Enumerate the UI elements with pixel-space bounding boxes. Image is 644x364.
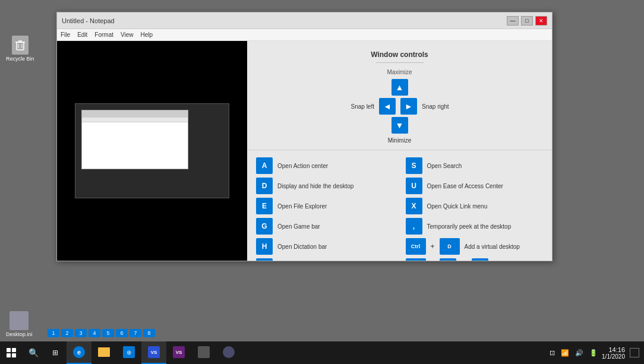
shortcut-row-right-2: X Open Quick Link menu bbox=[406, 198, 544, 214]
vs-purple-icon: VS bbox=[173, 346, 185, 358]
vd-number-1[interactable]: 1 bbox=[48, 329, 59, 337]
vs-blue-icon: VS bbox=[148, 346, 160, 358]
shortcut-desc: Open Ease of Access Center bbox=[427, 183, 503, 189]
taskbar-app-folder[interactable] bbox=[91, 341, 116, 364]
store-icon: ⊛ bbox=[123, 346, 135, 358]
maximize-label: Maximize bbox=[387, 69, 412, 75]
key-badge: H bbox=[256, 238, 273, 255]
recycle-bin-icon[interactable]: Recycle Bin bbox=[6, 36, 34, 62]
shortcut-desc: Open Dictation bar bbox=[277, 243, 327, 250]
window-controls-buttons: — □ ✕ bbox=[507, 16, 547, 26]
key-badge: ► bbox=[472, 258, 488, 261]
snap-up-button[interactable]: ▲ bbox=[392, 79, 408, 96]
vd-number-3[interactable]: 3 bbox=[75, 329, 87, 337]
minimize-button[interactable]: — bbox=[507, 16, 519, 26]
shortcut-row-left-2: E Open File Explorer bbox=[256, 198, 394, 214]
shortcut-row-right-4: Ctrl+D Add a virtual desktop bbox=[406, 238, 544, 255]
edge-icon: e bbox=[73, 346, 85, 358]
taskbar-app-misc1[interactable] bbox=[191, 341, 216, 364]
shortcuts-panel: A Open Action center D Display and hide … bbox=[247, 150, 552, 261]
window-title: Untitled - Notepad bbox=[62, 17, 115, 24]
notification-button[interactable] bbox=[630, 348, 639, 357]
start-button[interactable] bbox=[0, 341, 23, 364]
shortcut-desc: Open Action center bbox=[277, 163, 328, 169]
menu-help[interactable]: Help bbox=[141, 31, 153, 38]
virtual-desktops: 12345678 bbox=[48, 329, 155, 337]
search-button[interactable]: 🔍 bbox=[23, 341, 44, 364]
snap-right-button[interactable]: ► bbox=[400, 98, 417, 115]
clock-date: 1/1/2020 bbox=[602, 353, 625, 360]
vd-number-2[interactable]: 2 bbox=[61, 329, 73, 337]
snap-left-button[interactable]: ◄ bbox=[379, 98, 396, 115]
taskbar-app-edge[interactable]: e bbox=[67, 341, 91, 364]
key-badge: X bbox=[406, 198, 422, 214]
shortcut-row-left-5: I Open Settings bbox=[256, 258, 394, 261]
menu-format[interactable]: Format bbox=[94, 31, 113, 38]
shortcut-row-left-0: A Open Action center bbox=[256, 157, 394, 174]
key-badge: S bbox=[406, 157, 422, 174]
wifi-icon: 📶 bbox=[559, 349, 571, 357]
key-badge: ◄ bbox=[440, 258, 456, 261]
vd-number-7[interactable]: 7 bbox=[130, 329, 141, 337]
vd-number-6[interactable]: 6 bbox=[116, 329, 128, 337]
menu-edit[interactable]: Edit bbox=[77, 31, 87, 38]
key-badge: E bbox=[256, 198, 273, 214]
shortcut-row-right-1: U Open Ease of Access Center bbox=[406, 178, 544, 194]
snap-right-label: Snap right bbox=[422, 103, 457, 110]
maximize-button[interactable]: □ bbox=[521, 16, 533, 26]
task-view-button[interactable]: ⊞ bbox=[44, 341, 67, 364]
taskbar-app-misc2[interactable] bbox=[216, 341, 241, 364]
task-view-icon: ⊞ bbox=[52, 349, 58, 357]
key-badge: Ctrl bbox=[406, 238, 426, 255]
snap-down-button[interactable]: ▼ bbox=[392, 117, 408, 134]
menu-file[interactable]: File bbox=[61, 31, 70, 38]
battery-icon: 🔋 bbox=[588, 349, 599, 357]
desktop-icon-label: Desktop.ini bbox=[6, 331, 33, 337]
taskbar-time: 14:16 1/1/2020 bbox=[602, 346, 625, 360]
key-badge: D bbox=[256, 178, 273, 194]
down-row: ▼ bbox=[392, 117, 408, 134]
network-icon: ⊡ bbox=[548, 349, 557, 357]
desktop: Recycle Bin Desktop.ini Untitled - Notep… bbox=[0, 0, 644, 364]
menu-bar: File Edit Format View Help bbox=[57, 29, 552, 41]
start-icon bbox=[7, 348, 16, 357]
key-badge: I bbox=[256, 258, 273, 261]
menu-view[interactable]: View bbox=[121, 31, 134, 38]
taskbar-left: 🔍 ⊞ e ⊛ VS VS bbox=[0, 341, 241, 364]
shortcut-row-left-4: H Open Dictation bar bbox=[256, 238, 394, 255]
volume-icon: 🔊 bbox=[573, 349, 585, 357]
content-wrapper: Window controls Maximize ▲ Snap left ◄ ► bbox=[57, 41, 552, 261]
shortcuts-col-left: A Open Action center D Display and hide … bbox=[256, 157, 394, 261]
desktop-icon[interactable]: Desktop.ini bbox=[6, 311, 33, 337]
vd-number-8[interactable]: 8 bbox=[143, 329, 155, 337]
snap-middle-row: Snap left ◄ ► Snap right bbox=[342, 98, 457, 115]
minimize-label: Minimize bbox=[388, 137, 411, 144]
close-button[interactable]: ✕ bbox=[535, 16, 547, 26]
mini-window bbox=[81, 110, 188, 169]
shortcut-row-right-3: , Temporarily peek at the desktop bbox=[406, 218, 544, 235]
shortcut-desc: Temporarily peek at the desktop bbox=[427, 223, 512, 230]
key-badge: , bbox=[406, 218, 422, 235]
combo-separator: + bbox=[431, 242, 435, 251]
folder-icon bbox=[98, 347, 110, 357]
key-badge: G bbox=[256, 218, 273, 235]
misc1-icon bbox=[198, 346, 210, 358]
taskbar-app-vs-blue[interactable]: VS bbox=[141, 341, 166, 364]
up-row: ▲ bbox=[392, 79, 408, 96]
shortcut-desc: Add a virtual desktop bbox=[465, 243, 520, 250]
taskbar-right: ⊡ 📶 🔊 🔋 14:16 1/1/2020 bbox=[548, 346, 644, 360]
key-badge: U bbox=[406, 178, 422, 194]
vd-number-5[interactable]: 5 bbox=[102, 329, 114, 337]
shortcuts-columns: A Open Action center D Display and hide … bbox=[256, 157, 543, 261]
right-panel: Window controls Maximize ▲ Snap left ◄ ► bbox=[247, 41, 552, 261]
taskbar-app-store[interactable]: ⊛ bbox=[116, 341, 141, 364]
vd-number-4[interactable]: 4 bbox=[89, 329, 100, 337]
shortcut-desc: Display and hide the desktop bbox=[277, 183, 353, 189]
key-badge: A bbox=[256, 157, 273, 174]
controls-divider bbox=[376, 62, 424, 63]
titlebar: Untitled - Notepad — □ ✕ bbox=[57, 12, 552, 29]
shortcut-desc: Open Game bar bbox=[277, 223, 320, 230]
mini-menu bbox=[82, 118, 188, 122]
clock-time: 14:16 bbox=[602, 346, 625, 353]
taskbar-app-vs-purple[interactable]: VS bbox=[166, 341, 191, 364]
